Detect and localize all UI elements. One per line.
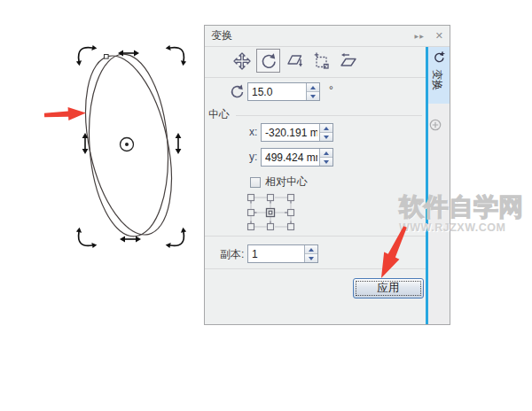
- docker-title: 变换: [211, 28, 232, 43]
- rotation-angle-spinner: [306, 83, 319, 100]
- center-heading-label: 中心: [208, 107, 230, 122]
- selected-ellipse-original[interactable]: [83, 51, 174, 239]
- spin-up-button[interactable]: [320, 124, 332, 133]
- skew-icon: [338, 50, 359, 72]
- rotate-icon: [258, 50, 279, 72]
- anchor-bottom-left[interactable]: [248, 221, 254, 230]
- relative-center-row: 相对中心: [250, 174, 308, 190]
- anchor-bottom-right[interactable]: [288, 221, 294, 230]
- anchor-middle-left[interactable]: [248, 210, 257, 216]
- center-x-field-wrap: [261, 123, 333, 142]
- docker-tab-strip: 变换: [428, 47, 450, 324]
- center-section-heading: 中心: [208, 107, 422, 122]
- collapse-docker-button[interactable]: ▶▶: [415, 34, 425, 39]
- center-y-spinner: [319, 149, 332, 166]
- copies-label: 副本:: [220, 247, 244, 262]
- center-x-spinner: [319, 124, 332, 141]
- rotation-angle-field-wrap: [247, 82, 320, 101]
- skew-handle-bottom[interactable]: [120, 237, 141, 243]
- skew-handle-right[interactable]: [176, 133, 182, 154]
- anchor-top-left[interactable]: [248, 195, 254, 204]
- transform-type-toolbar: [230, 49, 360, 73]
- selected-ellipse-rotated-copy[interactable]: [71, 48, 187, 243]
- transform-tab-icon: [432, 50, 446, 65]
- spin-up-button[interactable]: [305, 245, 317, 254]
- rotate-transform-button[interactable]: [256, 49, 280, 73]
- spin-down-button[interactable]: [307, 92, 319, 100]
- size-transform-button[interactable]: [309, 49, 333, 73]
- anchor-point-grid[interactable]: [245, 192, 298, 233]
- close-docker-button[interactable]: ✕: [435, 31, 443, 41]
- anchor-top-center[interactable]: [268, 195, 274, 204]
- scale-mirror-transform-button[interactable]: [283, 49, 307, 73]
- relative-center-label: 相对中心: [265, 174, 308, 190]
- red-annotation-arrow-left: [44, 106, 87, 121]
- separator: [205, 77, 426, 78]
- x-label: x:: [249, 126, 257, 138]
- rotation-center-marker[interactable]: [121, 138, 134, 151]
- relative-center-checkbox[interactable]: [250, 177, 261, 188]
- position-icon: [231, 50, 253, 72]
- anchor-middle-right[interactable]: [285, 210, 294, 216]
- rotation-angle-icon: [229, 83, 245, 99]
- copies-field-wrap: [247, 244, 318, 263]
- anchor-bottom-center[interactable]: [268, 221, 274, 230]
- heading-rule: [236, 115, 422, 116]
- spin-down-button[interactable]: [320, 133, 332, 141]
- anchor-top-right[interactable]: [288, 195, 294, 204]
- tab-transform-label: 变换: [429, 69, 444, 90]
- center-y-field-wrap: [261, 148, 333, 167]
- rotate-handle-bottom-left[interactable]: [76, 228, 97, 248]
- docker-title-bar: 变换 ▶▶ ✕: [205, 26, 450, 47]
- screenshot-stage: 变换 ▶▶ ✕: [0, 0, 532, 411]
- separator: [205, 268, 426, 269]
- spin-down-button[interactable]: [305, 254, 317, 262]
- anchor-center-selected[interactable]: [267, 209, 275, 217]
- drawing-canvas: [0, 0, 204, 292]
- rotate-handle-top-right[interactable]: [166, 45, 186, 66]
- transform-docker-panel: 变换 ▶▶ ✕: [204, 25, 450, 325]
- degree-unit-label: °: [329, 84, 333, 97]
- skew-transform-button[interactable]: [336, 49, 360, 73]
- node-marker[interactable]: [105, 55, 109, 59]
- position-transform-button[interactable]: [230, 49, 254, 73]
- add-docker-button[interactable]: [429, 119, 442, 131]
- scale-mirror-icon: [285, 50, 306, 72]
- spin-down-button[interactable]: [320, 158, 332, 166]
- spin-up-button[interactable]: [320, 149, 332, 158]
- separator: [205, 236, 426, 237]
- docker-body: ° 中心 x: y:: [205, 47, 426, 324]
- size-icon: [311, 50, 332, 72]
- y-label: y:: [249, 151, 257, 163]
- spin-up-button[interactable]: [307, 83, 319, 92]
- copies-spinner: [304, 245, 317, 262]
- rotate-handle-bottom-right[interactable]: [166, 228, 186, 248]
- tab-transform[interactable]: 变换: [428, 47, 450, 104]
- rotate-handle-top-left[interactable]: [76, 45, 97, 66]
- apply-button[interactable]: 应用: [353, 278, 424, 299]
